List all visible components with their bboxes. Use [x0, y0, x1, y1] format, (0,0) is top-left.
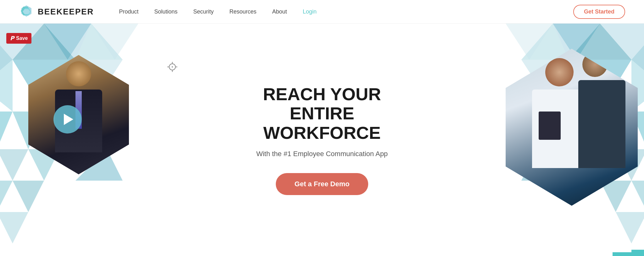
svg-marker-18 — [0, 112, 13, 149]
pinterest-save-label: Save — [16, 35, 28, 41]
nav-item-solutions[interactable]: Solutions — [154, 8, 177, 15]
beekeeper-logo-icon — [19, 4, 34, 19]
hero-subtitle: With the #1 Employee Communication App — [243, 150, 401, 158]
right-hex-cluster — [443, 24, 644, 256]
svg-point-5 — [172, 66, 173, 68]
get-started-button[interactable]: Get Started — [573, 5, 625, 19]
navbar: BEEKEEPER Product Solutions Security Res… — [0, 0, 644, 24]
hero-title: REACH YOUR ENTIRE WORKFORCE — [243, 84, 401, 143]
nav-item-about[interactable]: About — [272, 8, 287, 15]
logo-area[interactable]: BEEKEEPER — [19, 4, 94, 19]
svg-marker-22 — [0, 149, 28, 181]
brand-name: BEEKEEPER — [38, 7, 94, 17]
pinterest-save-badge[interactable]: 𝗣 Save — [6, 33, 31, 44]
svg-marker-51 — [616, 212, 644, 243]
nav-item-resources[interactable]: Resources — [230, 8, 257, 15]
svg-marker-24 — [0, 181, 13, 212]
hero-section: 𝗣 Save — [0, 24, 644, 256]
nav-item-security[interactable]: Security — [193, 8, 214, 15]
svg-marker-25 — [13, 181, 44, 212]
play-button[interactable] — [53, 105, 82, 133]
left-hex-cluster — [0, 24, 201, 256]
svg-marker-48 — [631, 181, 644, 212]
crosshair-icon — [167, 61, 178, 73]
hero-center-content: REACH YOUR ENTIRE WORKFORCE With the #1 … — [243, 84, 401, 195]
nav-item-product[interactable]: Product — [119, 8, 138, 15]
nav-links: Product Solutions Security Resources Abo… — [119, 8, 573, 15]
free-demo-button[interactable]: Get a Free Demo — [276, 173, 369, 195]
nav-item-login[interactable]: Login — [303, 8, 317, 15]
play-triangle-icon — [64, 114, 73, 125]
svg-rect-58 — [631, 250, 644, 256]
pinterest-icon: 𝗣 — [10, 35, 14, 42]
svg-marker-27 — [0, 212, 28, 243]
